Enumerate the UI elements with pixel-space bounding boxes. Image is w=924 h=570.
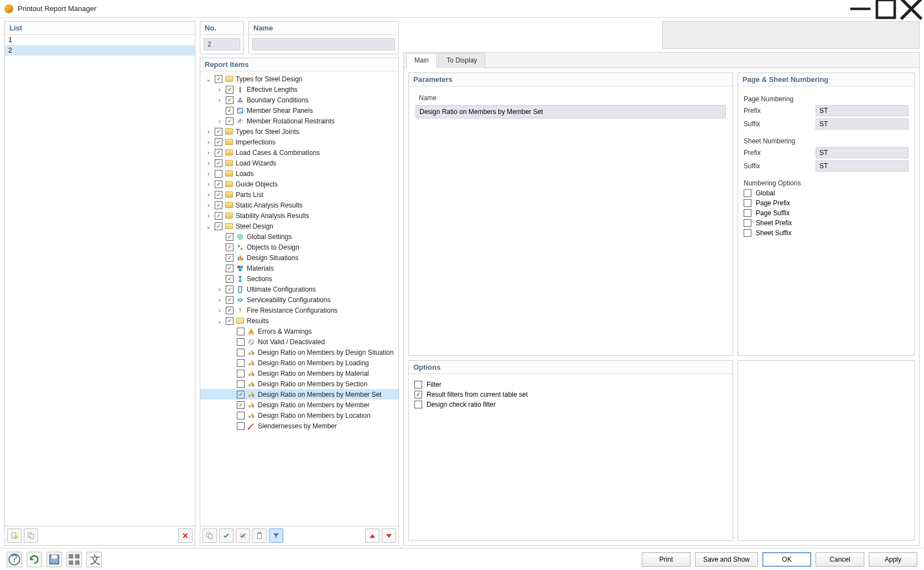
tree-checkbox[interactable]: ✓ [215, 159, 222, 167]
expand-icon[interactable]: › [216, 96, 224, 104]
numbering-option-checkbox[interactable] [744, 189, 751, 197]
expand-icon[interactable]: › [216, 117, 224, 125]
tree-checkbox[interactable] [215, 170, 222, 178]
tree-checkbox[interactable]: ✓ [215, 138, 222, 146]
tree-move-down-button[interactable] [382, 528, 396, 543]
tree-item[interactable]: Design Ratio on Members by Loading [200, 357, 398, 368]
list-item[interactable]: 2 [5, 45, 195, 56]
tree-item[interactable]: ⌄✓Types for Steel Design [200, 74, 398, 84]
tree-item[interactable]: ›✓Imperfections [200, 137, 398, 147]
tree-item[interactable]: ✓Design Ratio on Members by Member Set [200, 389, 398, 400]
expand-icon[interactable]: › [205, 170, 212, 178]
refresh-button[interactable] [27, 552, 42, 567]
expand-icon[interactable]: › [205, 191, 212, 199]
expand-icon[interactable]: ⌄ [205, 75, 212, 83]
tree-item[interactable]: ✓Sections [200, 273, 398, 284]
tree-move-up-button[interactable] [365, 528, 380, 543]
tree-item[interactable]: Design Ratio on Members by Location [200, 410, 398, 421]
tree-check-all-button[interactable] [219, 528, 233, 543]
tree-checkbox[interactable] [237, 349, 245, 356]
numbering-option-checkbox[interactable] [744, 219, 751, 227]
sheet-suffix-input[interactable] [816, 160, 909, 172]
help-button[interactable]: ? [7, 552, 22, 567]
tree-checkbox[interactable] [237, 412, 245, 419]
tree-checkbox[interactable] [237, 370, 245, 377]
numbering-option-checkbox[interactable] [744, 209, 751, 217]
expand-icon[interactable]: › [216, 286, 224, 293]
tree-item[interactable]: Slendernesses by Member [200, 421, 398, 431]
tree-checkbox[interactable]: ✓ [226, 286, 233, 293]
tree-uncheck-all-button[interactable] [236, 528, 250, 543]
tree-checkbox[interactable]: ✓ [226, 107, 233, 115]
sheet-prefix-input[interactable] [816, 147, 909, 158]
numbering-option-checkbox[interactable] [744, 229, 751, 237]
tree-item[interactable]: ✓Materials [200, 263, 398, 273]
tree-item[interactable]: ›✓Parts List [200, 189, 398, 200]
expand-icon[interactable]: › [205, 180, 212, 188]
ok-button[interactable]: OK [762, 552, 811, 567]
tree-checkbox[interactable]: ✓ [215, 191, 222, 199]
expand-icon[interactable]: › [216, 296, 224, 304]
expand-icon[interactable]: › [216, 86, 224, 94]
tree-checkbox[interactable]: ✓ [226, 317, 233, 325]
tree-checkbox[interactable]: ✓ [215, 180, 222, 188]
list-item[interactable]: 1 [5, 35, 195, 45]
tree-item[interactable]: Design Ratio on Members by Section [200, 379, 398, 389]
tree-checkbox[interactable]: ✓ [226, 254, 233, 262]
tree-checkbox[interactable]: ✓ [226, 86, 233, 94]
tree-checkbox[interactable] [237, 422, 245, 430]
tree-item[interactable]: ›✓Ultimate Configurations [200, 284, 398, 294]
save-template-button[interactable] [46, 552, 62, 567]
tree-item[interactable]: ›✓Effective Lengths [200, 84, 398, 95]
print-button[interactable]: Print [642, 552, 691, 567]
expand-icon[interactable]: › [205, 212, 212, 220]
cancel-button[interactable]: Cancel [816, 552, 864, 567]
delete-report-button[interactable]: ✕ [178, 528, 193, 543]
tree-item[interactable]: ›✓Fire Resistance Configurations [200, 305, 398, 315]
minimize-button[interactable] [848, 0, 873, 18]
maximize-button[interactable] [873, 0, 899, 18]
tree-item[interactable]: Errors & Warnings [200, 326, 398, 336]
expand-icon[interactable]: › [205, 128, 212, 136]
expand-icon[interactable]: › [205, 149, 212, 157]
page-suffix-input[interactable] [816, 118, 909, 129]
tree-checkbox[interactable]: ✓ [226, 243, 233, 251]
tree-checkbox[interactable] [237, 328, 245, 335]
tree-filter-button[interactable] [269, 528, 283, 543]
tree-item[interactable]: ✓Objects to Design [200, 242, 398, 252]
copy-report-button[interactable] [24, 528, 38, 543]
tree-checkbox[interactable]: ✓ [215, 75, 222, 83]
tree-checkbox[interactable]: ✓ [226, 275, 233, 283]
tree-checkbox[interactable]: ✓ [226, 233, 233, 241]
apply-button[interactable]: Apply [869, 552, 917, 567]
tree-item[interactable]: Design Ratio on Members by Material [200, 368, 398, 379]
tree-checkbox[interactable]: ✓ [226, 296, 233, 304]
tree-item[interactable]: Design Ratio on Members by Design Situat… [200, 347, 398, 357]
tree-checkbox[interactable]: ✓ [215, 222, 222, 230]
name-input[interactable] [252, 38, 395, 50]
tree-checkbox[interactable]: ✓ [226, 307, 233, 314]
tree-item[interactable]: ✓Design Ratio on Members by Member [200, 400, 398, 410]
tree-item[interactable]: ›✓Static Analysis Results [200, 200, 398, 210]
tab-main[interactable]: Main [406, 53, 437, 68]
tree-checkbox[interactable]: ✓ [237, 401, 245, 409]
tree-item[interactable]: ›✓Load Cases & Combinations [200, 147, 398, 158]
tree-item[interactable]: ✓Design Situations [200, 252, 398, 263]
tree-item[interactable]: ›✓Stability Analysis Results [200, 210, 398, 221]
tree-item[interactable]: ✓Member Shear Panels [200, 105, 398, 116]
tree-item[interactable]: ⌄✓Steel Design [200, 221, 398, 231]
tree-checkbox[interactable] [237, 359, 245, 367]
tree-checkbox[interactable]: ✓ [215, 212, 222, 220]
tab-to-display[interactable]: To Display [438, 53, 485, 68]
result-filters-checkbox[interactable]: ✓ [414, 391, 422, 398]
numbering-option-checkbox[interactable] [744, 199, 751, 207]
new-report-button[interactable] [7, 528, 22, 543]
tree-item[interactable]: ✓Global Settings [200, 231, 398, 242]
tree-copy-button[interactable] [203, 528, 217, 543]
expand-icon[interactable]: › [216, 307, 224, 314]
tree-item[interactable]: ›✓Types for Steel Joints [200, 126, 398, 137]
tree-checkbox[interactable]: ✓ [226, 117, 233, 125]
filter-checkbox[interactable] [414, 381, 422, 388]
tree-checkbox[interactable]: ✓ [215, 128, 222, 136]
save-and-show-button[interactable]: Save and Show [695, 552, 758, 567]
